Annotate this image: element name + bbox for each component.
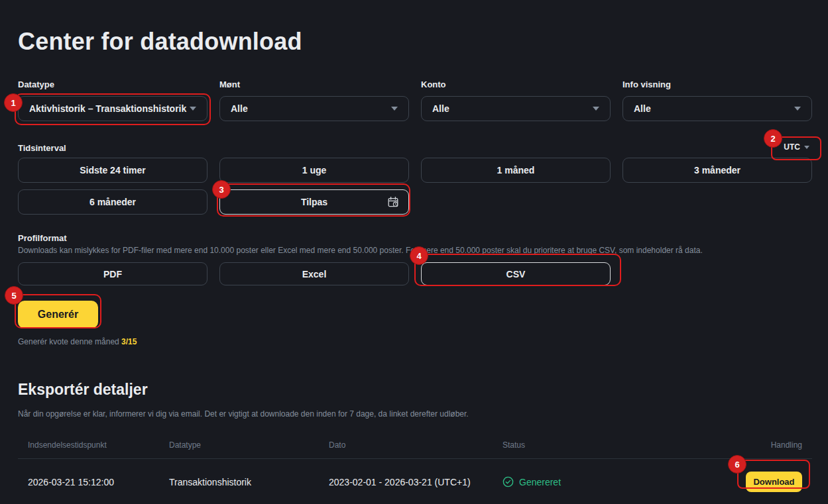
- format-excel-button[interactable]: Excel: [219, 262, 409, 285]
- account-select-value: Alle: [432, 103, 449, 114]
- calendar-clock-icon: [387, 196, 399, 208]
- generate-quota-value: 3/15: [121, 337, 137, 346]
- col-date-header: Dato: [329, 440, 503, 450]
- interval-1-month-button[interactable]: 1 måned: [421, 158, 611, 183]
- filter-row: Datatype Aktivhistorik – Transaktionshis…: [18, 79, 812, 121]
- export-table-header: Indsendelsestidspunkt Datatype Dato Stat…: [18, 434, 812, 459]
- chevron-down-icon: [190, 107, 196, 111]
- datatype-select-value: Aktivhistorik – Transaktionshistorik: [29, 103, 186, 114]
- datatype-label: Datatype: [18, 79, 207, 89]
- cell-datatype: Transaktionshistorik: [169, 477, 329, 487]
- account-select[interactable]: Alle: [421, 96, 611, 121]
- filter-info-view: Info visning Alle: [622, 79, 812, 121]
- cell-status: Genereret: [503, 476, 746, 487]
- page-title: Center for datadownload: [18, 0, 812, 56]
- time-interval-label: Tidsinterval: [18, 143, 66, 153]
- interval-custom-label: Tilpas: [301, 197, 327, 207]
- col-status-header: Status: [503, 440, 771, 450]
- format-csv-button[interactable]: CSV: [421, 262, 611, 285]
- interval-custom-button[interactable]: Tilpas: [219, 189, 409, 215]
- coin-select-value: Alle: [231, 103, 248, 114]
- col-submitted-header: Indsendelsestidspunkt: [28, 440, 169, 450]
- download-button[interactable]: Download: [746, 472, 802, 492]
- table-row: 2026-03-21 15:12:00 Transaktionshistorik…: [18, 459, 812, 504]
- timezone-value: UTC: [784, 142, 800, 152]
- interval-6-months-button[interactable]: 6 måneder: [18, 189, 207, 215]
- export-table: Indsendelsestidspunkt Datatype Dato Stat…: [18, 434, 812, 504]
- coin-select[interactable]: Alle: [219, 96, 409, 121]
- datatype-select[interactable]: Aktivhistorik – Transaktionshistorik: [18, 96, 207, 121]
- coin-label: Mønt: [219, 79, 409, 89]
- time-interval-header: Tidsinterval UTC: [18, 141, 812, 153]
- export-details-note: Når din opgørelse er klar, informerer vi…: [18, 409, 812, 419]
- info-view-select[interactable]: Alle: [622, 96, 812, 121]
- col-action-header: Handling: [771, 440, 802, 450]
- timezone-select[interactable]: UTC: [781, 141, 812, 153]
- info-view-label: Info visning: [622, 79, 812, 89]
- generate-quota: Generér kvote denne måned 3/15: [18, 337, 812, 346]
- filter-coin: Mønt Alle: [219, 79, 409, 121]
- time-interval-options: Sidste 24 timer 1 uge 1 måned 3 måneder …: [18, 158, 812, 215]
- check-circle-icon: [503, 476, 514, 487]
- export-details-title: Eksportér detaljer: [18, 381, 812, 399]
- interval-last-24h-button[interactable]: Sidste 24 timer: [18, 158, 207, 183]
- chevron-down-icon: [391, 107, 398, 111]
- file-format-label: Profilformat: [18, 233, 812, 243]
- generate-button[interactable]: Generér: [18, 301, 98, 328]
- cell-submitted: 2026-03-21 15:12:00: [28, 477, 169, 487]
- interval-3-months-button[interactable]: 3 måneder: [622, 158, 812, 183]
- cell-date-range: 2023-02-01 - 2026-03-21 (UTC+1): [329, 477, 503, 487]
- chevron-down-icon: [794, 107, 801, 111]
- chevron-down-icon: [804, 146, 809, 149]
- account-label: Konto: [421, 79, 611, 89]
- info-view-select-value: Alle: [634, 103, 651, 114]
- file-format-note: Downloads kan mislykkes for PDF-filer me…: [18, 246, 812, 256]
- interval-1-week-button[interactable]: 1 uge: [219, 158, 409, 183]
- chevron-down-icon: [593, 107, 599, 111]
- generate-quota-label: Generér kvote denne måned: [18, 337, 119, 346]
- file-format-options: PDF Excel CSV: [18, 262, 812, 285]
- filter-datatype: Datatype Aktivhistorik – Transaktionshis…: [18, 79, 207, 121]
- filter-account: Konto Alle: [421, 79, 611, 121]
- status-badge: Genereret: [519, 477, 561, 487]
- col-datatype-header: Datatype: [169, 440, 329, 450]
- format-pdf-button[interactable]: PDF: [18, 262, 207, 285]
